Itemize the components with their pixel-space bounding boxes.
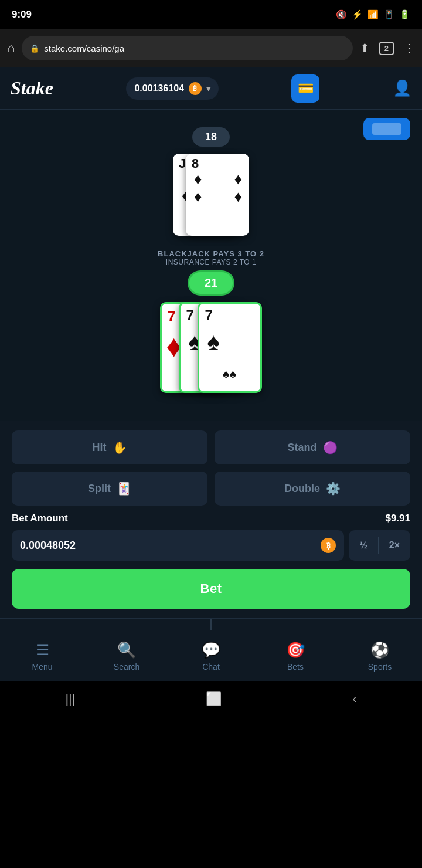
game-top-button[interactable] <box>363 118 410 140</box>
android-recents-icon[interactable]: ‹ <box>352 691 356 707</box>
mute-icon: 🔇 <box>336 9 347 20</box>
player-cards: 7 ♦ ♦♦ 7 ♠ ♠♠ 7 ♠ ♠♠ <box>160 302 263 396</box>
chevron-down-icon: ▾ <box>206 84 210 93</box>
bets-label: Bets <box>287 662 304 672</box>
dealer-section: 18 J ♦ ♦ 8 ♦ ♦ ♦ ♦ <box>173 127 249 239</box>
battery-saver-icon: ⚡ <box>352 9 363 20</box>
menu-icon: ☰ <box>36 641 49 659</box>
battery-icon: 🔋 <box>399 9 410 20</box>
bet-multipliers: ½ 2× <box>349 530 410 561</box>
dealer-card-8: 8 ♦ ♦ ♦ ♦ <box>186 154 249 236</box>
bet-button[interactable]: Bet <box>12 569 410 609</box>
stand-icon: 🟣 <box>323 440 338 455</box>
hit-button[interactable]: Hit ✋ <box>12 430 207 464</box>
share-icon[interactable]: ⬆ <box>360 41 370 55</box>
search-icon: 🔍 <box>117 641 136 659</box>
browser-actions: ⬆ 2 ⋮ <box>360 41 415 55</box>
double-x-button[interactable]: 2× <box>379 530 410 561</box>
chat-label: Chat <box>202 662 220 672</box>
nav-item-bets[interactable]: 🎯 Bets <box>266 641 325 672</box>
split-icon: 🃏 <box>117 482 131 496</box>
status-time: 9:09 <box>12 9 32 21</box>
stand-button[interactable]: Stand 🟣 <box>215 430 410 464</box>
android-nav: ||| ⬜ ‹ <box>0 681 422 717</box>
android-home-icon[interactable]: ⬜ <box>206 691 222 707</box>
tab-count[interactable]: 2 <box>379 42 394 55</box>
url-bar[interactable]: 🔒 stake.com/casino/ga <box>22 36 352 60</box>
more-icon[interactable]: ⋮ <box>403 41 415 55</box>
bet-amount-label: Bet Amount <box>12 513 68 524</box>
bet-amount-row: Bet Amount $9.91 <box>12 513 410 524</box>
app-header: Stake 0.00136104 ₿ ▾ 💳 👤 <box>0 67 422 110</box>
browser-bar: ⌂ 🔒 stake.com/casino/ga ⬆ 2 ⋮ <box>0 29 422 67</box>
bottom-separator <box>0 618 422 630</box>
balance-amount: 0.00136104 <box>134 83 184 94</box>
status-icons: 🔇 ⚡ 📶 📱 🔋 <box>336 9 410 20</box>
half-button[interactable]: ½ <box>349 530 377 561</box>
hit-label: Hit <box>93 442 107 454</box>
player-card-3: 7 ♠ ♠♠ <box>198 302 262 393</box>
split-label: Split <box>88 483 111 495</box>
bet-input-row: 0.00048052 ₿ ½ 2× <box>12 530 410 561</box>
sports-icon: ⚽ <box>370 641 389 659</box>
android-back-icon[interactable]: ||| <box>65 691 75 707</box>
bet-amount-value: $9.91 <box>385 513 410 524</box>
nav-item-sports[interactable]: ⚽ Sports <box>350 641 409 672</box>
nav-item-chat[interactable]: 💬 Chat <box>182 641 240 672</box>
url-text: stake.com/casino/ga <box>44 43 124 53</box>
split-button[interactable]: Split 🃏 <box>12 472 207 506</box>
blackjack-text: BLACKJACK PAYS 3 TO 2 INSURANCE PAYS 2 T… <box>158 249 264 266</box>
hit-icon: ✋ <box>113 440 127 455</box>
game-controls: Hit ✋ Stand 🟣 Split 🃏 Double ⚙️ Bet Amou… <box>0 421 422 618</box>
bet-input-container[interactable]: 0.00048052 ₿ <box>12 530 344 561</box>
game-area: 18 J ♦ ♦ 8 ♦ ♦ ♦ ♦ BLACKJACK PAYS 3 TO 2… <box>0 110 422 421</box>
nav-item-search[interactable]: 🔍 Search <box>97 641 156 672</box>
menu-label: Menu <box>32 662 52 672</box>
separator-line <box>210 619 212 630</box>
lock-icon: 🔒 <box>30 44 39 53</box>
wifi-icon: 📶 <box>367 9 379 20</box>
bet-btc-icon: ₿ <box>321 538 336 553</box>
user-icon[interactable]: 👤 <box>393 79 411 97</box>
player-section: 21 7 ♦ ♦♦ 7 ♠ ♠♠ 7 ♠ <box>160 272 263 396</box>
dealer-score-badge: 18 <box>192 127 230 147</box>
blackjack-pays-text: BLACKJACK PAYS 3 TO 2 <box>158 249 264 258</box>
double-icon: ⚙️ <box>326 482 341 496</box>
home-icon[interactable]: ⌂ <box>7 40 15 56</box>
stake-logo: Stake <box>11 77 53 99</box>
wallet-button[interactable]: 💳 <box>291 74 319 103</box>
sports-label: Sports <box>368 662 392 672</box>
balance-display[interactable]: 0.00136104 ₿ ▾ <box>126 77 219 100</box>
insurance-text: INSURANCE PAYS 2 TO 1 <box>158 258 264 266</box>
double-button[interactable]: Double ⚙️ <box>215 472 410 506</box>
bottom-nav: ☰ Menu 🔍 Search 💬 Chat 🎯 Bets ⚽ Sports <box>0 630 422 681</box>
dealer-cards: J ♦ ♦ 8 ♦ ♦ ♦ ♦ <box>173 154 249 239</box>
action-buttons: Hit ✋ Stand 🟣 Split 🃏 Double ⚙️ <box>12 430 410 506</box>
double-label: Double <box>284 483 320 495</box>
status-bar: 9:09 🔇 ⚡ 📶 📱 🔋 <box>0 0 422 29</box>
btc-icon: ₿ <box>189 82 202 95</box>
bets-icon: 🎯 <box>286 641 305 659</box>
bet-input[interactable]: 0.00048052 <box>20 540 315 552</box>
search-label: Search <box>114 662 139 672</box>
stand-label: Stand <box>287 442 316 454</box>
chat-icon: 💬 <box>202 641 220 659</box>
player-score-badge: 21 <box>189 272 233 294</box>
nav-item-menu[interactable]: ☰ Menu <box>13 641 72 672</box>
signal-icon: 📱 <box>383 9 394 20</box>
